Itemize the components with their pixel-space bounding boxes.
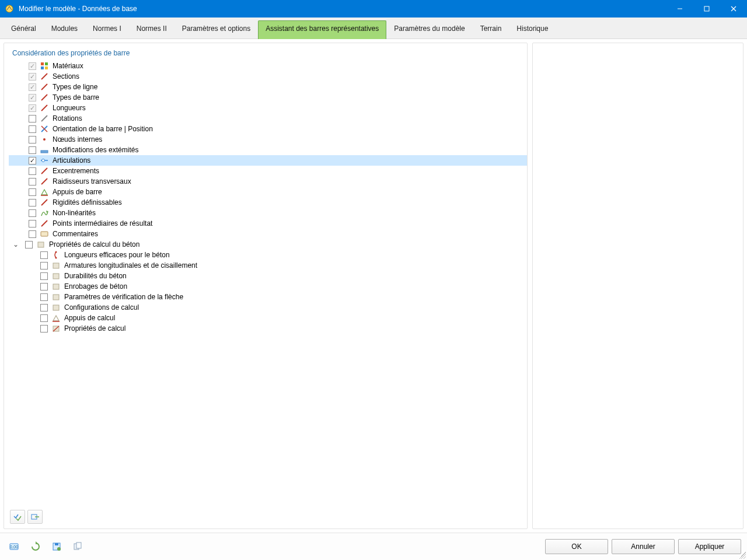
tree-item[interactable]: Durabilités du béton xyxy=(9,271,527,281)
checkbox xyxy=(29,104,36,112)
tree-item[interactable]: Sections xyxy=(9,71,527,82)
chevron-down-icon[interactable]: ⌄ xyxy=(12,240,19,249)
copy-settings-button[interactable] xyxy=(69,538,86,555)
checkbox[interactable] xyxy=(40,304,48,312)
tree-item[interactable]: Points intermédiaires de résultat xyxy=(9,218,527,229)
tree-item[interactable]: Appuis de calcul xyxy=(9,313,527,323)
eccentricity-icon xyxy=(40,166,49,176)
tree-item[interactable]: Raidisseurs transversaux xyxy=(9,176,527,187)
checkbox[interactable] xyxy=(29,209,36,217)
svg-line-20 xyxy=(41,168,47,174)
maximize-button[interactable] xyxy=(693,0,720,18)
svg-rect-6 xyxy=(45,62,48,65)
title-bar: Modifier le modèle - Données de base xyxy=(0,0,747,18)
tab-8[interactable]: Historique xyxy=(509,20,556,39)
checkbox[interactable] xyxy=(29,178,36,186)
checkbox[interactable] xyxy=(29,157,36,164)
tree-item[interactable]: Excentrements xyxy=(9,166,527,176)
svg-line-11 xyxy=(41,94,47,100)
uncheck-all-button[interactable] xyxy=(27,510,43,524)
tab-3[interactable]: Normes II xyxy=(129,20,174,39)
checkbox[interactable] xyxy=(29,199,36,206)
tree-item-label: Modifications des extémités xyxy=(53,146,138,154)
tree-item[interactable]: Appuis de barre xyxy=(9,187,527,197)
tree-item[interactable]: Armatures longitudinales et de cisaillem… xyxy=(9,260,527,271)
tree-item[interactable]: Rotations xyxy=(9,113,527,124)
resize-grip[interactable] xyxy=(739,552,746,559)
tree-item-label: Rigidités définissables xyxy=(53,198,122,206)
checkbox[interactable] xyxy=(29,125,36,133)
tree-item[interactable]: Orientation de la barre | Position xyxy=(9,124,527,134)
save-settings-button[interactable] xyxy=(48,538,65,555)
checkbox[interactable] xyxy=(29,167,36,175)
tree-item[interactable]: Articulations xyxy=(9,155,527,166)
nonlinear-icon xyxy=(40,208,49,218)
checkbox[interactable] xyxy=(40,314,48,322)
refresh-button[interactable] xyxy=(27,538,44,555)
tab-5[interactable]: Assistant des barres représentatives xyxy=(258,20,386,39)
tab-1[interactable]: Modules xyxy=(44,20,85,39)
units-button[interactable]: 0,00 xyxy=(6,538,23,555)
orientation-icon xyxy=(40,124,49,134)
tree-group[interactable]: ⌄Propriétés de calcul du béton xyxy=(9,239,527,250)
svg-point-30 xyxy=(55,257,57,259)
checkbox[interactable] xyxy=(40,272,48,280)
tree-item-label: Appuis de calcul xyxy=(64,314,115,322)
tree-item[interactable]: Enrobages de béton xyxy=(9,281,527,292)
checkbox[interactable] xyxy=(29,220,36,228)
tree-item[interactable]: Types de barre xyxy=(9,92,527,103)
tree-item[interactable]: Types de ligne xyxy=(9,82,527,92)
app-icon xyxy=(5,4,14,13)
cancel-button[interactable]: Annuler xyxy=(612,539,675,554)
checkbox[interactable] xyxy=(29,188,36,196)
tabstrip: GénéralModulesNormes INormes IIParamètre… xyxy=(0,18,747,39)
tree-item-label: Enrobages de béton xyxy=(64,282,127,290)
ok-button[interactable]: OK xyxy=(545,539,608,554)
svg-rect-17 xyxy=(41,150,48,153)
tree-item[interactable]: Non-linéarités xyxy=(9,208,527,218)
tree-item[interactable]: Commentaires xyxy=(9,229,527,239)
tree-item-label: Appuis de barre xyxy=(53,188,102,196)
checkbox[interactable] xyxy=(29,146,36,154)
tree-item[interactable]: Rigidités définissables xyxy=(9,197,527,208)
tree-item[interactable]: Longueurs efficaces pour le béton xyxy=(9,250,527,260)
apply-button[interactable]: Appliquer xyxy=(678,539,741,554)
svg-line-21 xyxy=(41,178,47,184)
check-all-button[interactable] xyxy=(10,510,25,524)
svg-rect-8 xyxy=(45,66,48,69)
calc-config-icon xyxy=(51,303,61,312)
svg-line-24 xyxy=(41,200,47,205)
checkbox[interactable] xyxy=(40,283,48,290)
checkbox[interactable] xyxy=(40,262,48,270)
tree-item-label: Articulations xyxy=(53,156,90,164)
eff-length-icon xyxy=(51,250,61,260)
tree-item[interactable]: Propriétés de calcul xyxy=(9,323,527,334)
svg-rect-2 xyxy=(704,6,709,11)
property-tree: MatériauxSectionsTypes de ligneTypes de … xyxy=(4,61,527,334)
tab-6[interactable]: Paramètres du modèle xyxy=(386,20,472,39)
tab-0[interactable]: Général xyxy=(4,20,44,39)
minimize-button[interactable] xyxy=(666,0,693,18)
tree-item[interactable]: Paramètres de vérification de la flèche xyxy=(9,292,527,302)
svg-rect-49 xyxy=(76,542,81,548)
tab-4[interactable]: Paramètres et options xyxy=(174,20,258,39)
ok-button-label: OK xyxy=(571,542,581,551)
tab-2[interactable]: Normes I xyxy=(85,20,129,39)
checkbox[interactable] xyxy=(29,136,36,144)
tree-item[interactable]: Longueurs xyxy=(9,103,527,113)
checkbox[interactable] xyxy=(40,293,48,301)
tree-item[interactable]: Matériaux xyxy=(9,61,527,71)
checkbox[interactable] xyxy=(29,230,36,238)
checkbox[interactable] xyxy=(25,241,33,249)
tree-item[interactable]: Configurations de calcul xyxy=(9,302,527,313)
svg-line-9 xyxy=(41,74,47,79)
tree-item[interactable]: Modifications des extémités xyxy=(9,145,527,155)
checkbox[interactable] xyxy=(29,115,36,123)
tab-7[interactable]: Terrain xyxy=(473,20,509,39)
checkbox[interactable] xyxy=(40,251,48,259)
window-title: Modifier le modèle - Données de base xyxy=(19,5,137,13)
tree-item[interactable]: Nœuds internes xyxy=(9,134,527,145)
checkbox xyxy=(29,62,36,70)
close-button[interactable] xyxy=(720,0,747,18)
checkbox[interactable] xyxy=(40,325,48,332)
